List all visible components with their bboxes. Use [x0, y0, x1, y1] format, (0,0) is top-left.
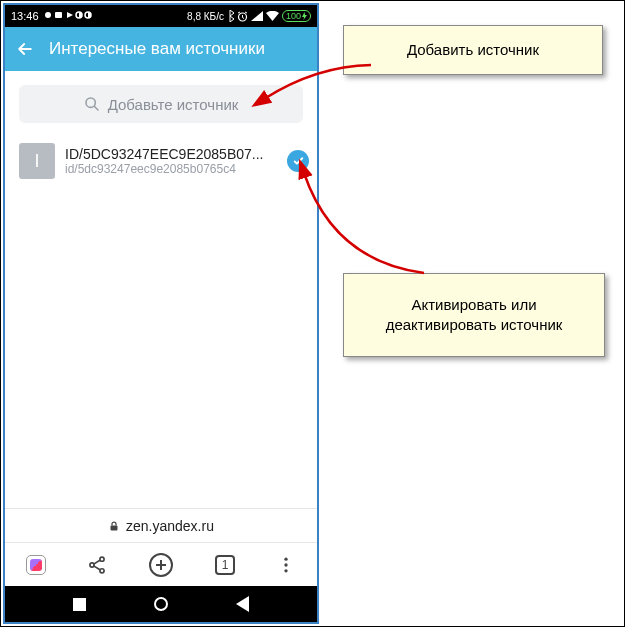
- page-title: Интересные вам источники: [49, 39, 265, 59]
- source-title: ID/5DC93247EEC9E2085B07...: [65, 146, 277, 162]
- svg-rect-1: [55, 12, 62, 18]
- annotation-toggle-source: Активировать или деактивировать источник: [343, 273, 605, 357]
- url-text: zen.yandex.ru: [126, 518, 214, 534]
- source-list: I ID/5DC93247EEC9E2085B07... id/5dc93247…: [5, 133, 317, 508]
- android-nav-bar: [5, 586, 317, 622]
- status-time: 13:46: [11, 10, 39, 22]
- svg-point-0: [45, 12, 51, 18]
- annotation-toggle-text: Активировать или деактивировать источник: [354, 295, 594, 336]
- annotation-add-text: Добавить источник: [407, 41, 539, 58]
- add-source-search[interactable]: Добавьте источник: [19, 85, 303, 123]
- search-placeholder: Добавьте источник: [108, 96, 239, 113]
- search-icon: [84, 96, 100, 112]
- browser-url-bar[interactable]: zen.yandex.ru: [5, 508, 317, 542]
- svg-marker-2: [67, 12, 73, 18]
- svg-point-14: [285, 569, 288, 572]
- status-bar: 13:46 8,8 КБ/с 100: [5, 5, 317, 27]
- lock-icon: [108, 520, 120, 532]
- menu-dots-icon[interactable]: [276, 555, 296, 575]
- source-avatar: I: [19, 143, 55, 179]
- signal-icon: [251, 11, 263, 21]
- browser-bottom-nav: 1: [5, 542, 317, 586]
- phone-frame: 13:46 8,8 КБ/с 100: [3, 3, 319, 624]
- status-netspeed: 8,8 КБ/с: [187, 11, 224, 22]
- svg-point-12: [285, 557, 288, 560]
- status-notif-icons: [43, 9, 103, 23]
- svg-point-13: [285, 563, 288, 566]
- bluetooth-icon: [227, 10, 234, 22]
- app-header: Интересные вам источники: [5, 27, 317, 71]
- yandex-home-icon[interactable]: [26, 555, 46, 575]
- new-tab-icon[interactable]: [148, 552, 174, 578]
- toggle-source-button[interactable]: [287, 150, 309, 172]
- wifi-icon: [266, 11, 279, 21]
- check-icon: [292, 155, 305, 168]
- back-button[interactable]: [236, 596, 249, 612]
- annotation-arrow-2: [294, 161, 464, 291]
- tabs-button[interactable]: 1: [215, 555, 235, 575]
- back-arrow-icon[interactable]: [15, 39, 35, 59]
- recent-apps-button[interactable]: [73, 598, 86, 611]
- home-button[interactable]: [154, 597, 168, 611]
- source-subtitle: id/5dc93247eec9e2085b0765c4: [65, 162, 277, 176]
- alarm-icon: [237, 11, 248, 22]
- tab-count-value: 1: [222, 558, 229, 572]
- annotation-add-source: Добавить источник: [343, 25, 603, 75]
- source-item[interactable]: I ID/5DC93247EEC9E2085B07... id/5dc93247…: [19, 143, 309, 179]
- battery-indicator: 100: [282, 10, 311, 22]
- share-icon[interactable]: [87, 555, 107, 575]
- svg-rect-7: [111, 525, 118, 530]
